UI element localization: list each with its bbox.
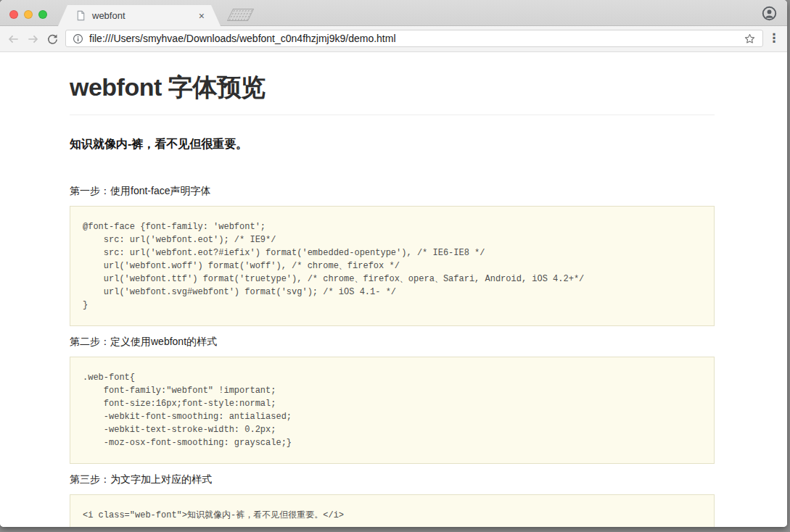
intro-text: 知识就像内-裤，看不见但很重要。 xyxy=(70,137,715,152)
bookmark-star-icon[interactable] xyxy=(744,33,756,45)
page-content: webfont 字体预览 知识就像内-裤，看不见但很重要。 第一步：使用font… xyxy=(0,52,787,527)
tab-strip: webfont × xyxy=(0,0,787,26)
step-2-code-block: .web-font{ font-family:"webfont" !import… xyxy=(70,357,715,464)
window-controls xyxy=(9,10,47,19)
reload-button[interactable] xyxy=(45,32,59,46)
minimize-window-button[interactable] xyxy=(24,10,33,19)
browser-window: webfont × xyxy=(0,0,787,527)
step-3-section: 第三步：为文字加上对应的样式 <i class="web-font">知识就像内… xyxy=(70,473,715,527)
step-2-section: 第二步：定义使用webfont的样式 .web-font{ font-famil… xyxy=(70,336,715,464)
page-favicon-icon xyxy=(75,10,86,21)
step-2-label: 第二步：定义使用webfont的样式 xyxy=(70,336,715,349)
close-window-button[interactable] xyxy=(9,10,18,19)
address-bar[interactable]: file:///Users/smyhvae/Downloads/webfont_… xyxy=(65,30,763,47)
url-text: file:///Users/smyhvae/Downloads/webfont_… xyxy=(89,33,396,44)
menu-icon[interactable]: ⋮ xyxy=(767,31,781,46)
step-1-code-block: @font-face {font-family: 'webfont'; src:… xyxy=(70,206,715,326)
new-tab-button[interactable] xyxy=(227,9,254,21)
page-info-icon[interactable] xyxy=(73,33,83,44)
profile-icon[interactable] xyxy=(762,6,777,21)
tab-title: webfont xyxy=(92,10,199,21)
toolbar: file:///Users/smyhvae/Downloads/webfont_… xyxy=(0,26,787,52)
step-1-label: 第一步：使用font-face声明字体 xyxy=(70,185,715,198)
tab-close-icon[interactable]: × xyxy=(199,11,205,21)
zoom-window-button[interactable] xyxy=(38,10,47,19)
back-button[interactable] xyxy=(6,32,20,46)
step-3-label: 第三步：为文字加上对应的样式 xyxy=(70,473,715,486)
page-title: webfont 字体预览 xyxy=(70,71,715,115)
forward-button[interactable] xyxy=(26,32,41,46)
step-3-code-block: <i class="web-font">知识就像内-裤，看不见但很重要。</i> xyxy=(70,494,715,527)
browser-tab[interactable]: webfont × xyxy=(58,5,221,26)
step-1-section: 第一步：使用font-face声明字体 @font-face {font-fam… xyxy=(70,185,715,326)
